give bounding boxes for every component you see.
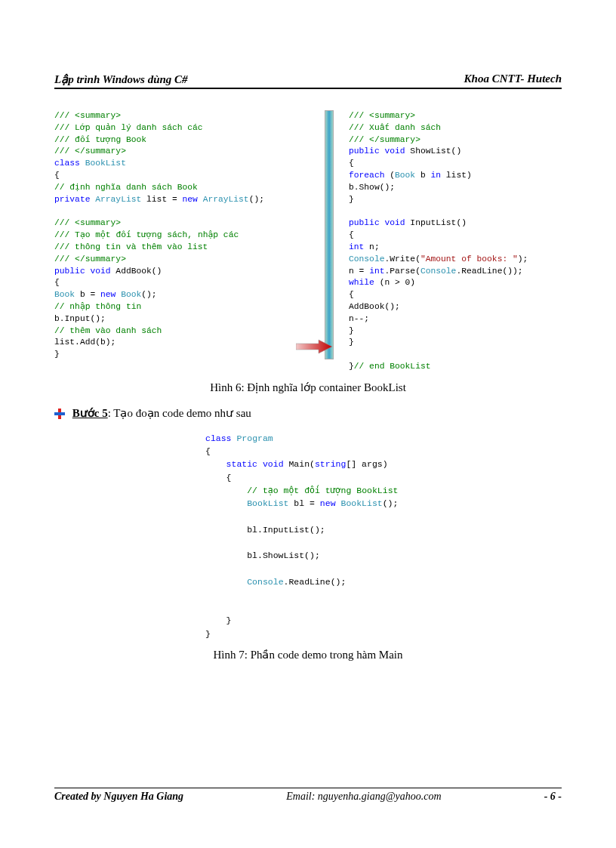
code-line: /// <summary> [349, 110, 562, 122]
code-line: bl.ShowList(); [205, 549, 562, 562]
code-line: } [205, 614, 562, 627]
code-line: public void ShowList() [349, 146, 562, 158]
code-line: { [205, 471, 562, 484]
code-line: /// </summary> [54, 146, 288, 158]
code-line [205, 601, 562, 614]
code-line: // nhập thông tin [54, 301, 288, 313]
svg-marker-0 [296, 340, 332, 353]
code-line: b.Input(); [54, 313, 288, 325]
code-line: /// Tạo một đối tượng sách, nhập các [54, 230, 288, 242]
header-left: Lập trình Windows dùng C# [54, 72, 188, 86]
code-line: list.Add(b); [54, 337, 288, 349]
code-line: Book b = new Book(); [54, 289, 288, 301]
footer-email: Email: nguyenha.giang@yahoo.com [286, 791, 441, 803]
code-line: { [349, 289, 562, 301]
code-line: public void AddBook() [54, 266, 288, 278]
code-right-column: /// <summary> /// Xuất danh sách /// </s… [349, 110, 562, 373]
code-line: int n; [349, 242, 562, 254]
footer-page: - 6 - [544, 791, 562, 803]
page-footer: Created by Nguyen Ha Giang Email: nguyen… [54, 788, 562, 803]
code-line: private ArrayList list = new ArrayList()… [54, 194, 288, 206]
code-line: /// <summary> [54, 110, 288, 122]
code-line: class BookList [54, 158, 288, 170]
code-line: // tạo một đối tượng BookList [205, 484, 562, 497]
figure-7-caption: Hình 7: Phần code demo trong hàm Main [54, 648, 562, 661]
code-line: } [205, 628, 562, 640]
code-line: { [54, 170, 288, 182]
code-line: { [205, 445, 562, 458]
code-line: /// thông tin và thêm vào list [54, 242, 288, 254]
code-line: while (n > 0) [349, 277, 562, 289]
code-line: AddBook(); [349, 301, 562, 313]
code-line: } [349, 194, 562, 206]
code-line: class Program [205, 432, 562, 445]
header-right: Khoa CNTT- Hutech [464, 72, 562, 86]
code-line: n--; [349, 313, 562, 325]
code-left-column: /// <summary>/// Lớp quản lý danh sách c… [54, 110, 288, 373]
code-line: static void Main(string[] args) [205, 458, 562, 470]
code-line: /// </summary> [349, 134, 562, 146]
code-line: Console.ReadLine(); [205, 575, 562, 588]
code-line: /// <summary> [54, 217, 288, 230]
vertical-bar-icon [325, 110, 334, 359]
code-line [349, 349, 562, 361]
arrow-icon [296, 337, 334, 361]
code-line: // thêm vào danh sách [54, 325, 288, 338]
code-line: Console.Write("Amount of books: "); [349, 254, 562, 266]
plus-bullet-icon [54, 409, 65, 419]
page-header: Lập trình Windows dùng C# Khoa CNTT- Hut… [54, 72, 562, 89]
code-line: n = int.Parse(Console.ReadLine()); [349, 266, 562, 278]
code-line: b.Show(); [349, 182, 562, 194]
footer-author: Created by Nguyen Ha Giang [54, 791, 183, 803]
code-line: bl.InputList(); [205, 523, 562, 536]
divider [296, 110, 341, 373]
code-line: } [349, 325, 562, 338]
code-line [54, 206, 288, 218]
figure-6-caption: Hình 6: Định nghĩa lớp container BookLis… [54, 381, 562, 394]
code-line [205, 536, 562, 549]
code-line: public void InputList() [349, 217, 562, 230]
code-line: // định nghĩa danh sách Book [54, 182, 288, 194]
code-figure-7: class Program{ static void Main(string[]… [205, 432, 562, 640]
code-line: foreach (Book b in list) [349, 170, 562, 182]
code-line: } [54, 349, 288, 361]
code-line [205, 562, 562, 575]
step-5: Bước 5: Tạo đoạn code demo như sau [54, 406, 562, 420]
step-label: Bước 5 [72, 407, 108, 419]
code-line: /// đối tượng Book [54, 134, 288, 146]
code-line: { [349, 158, 562, 170]
code-line: /// Lớp quản lý danh sách các [54, 122, 288, 134]
code-line: { [349, 230, 562, 242]
code-line [349, 206, 562, 218]
code-line [205, 510, 562, 523]
code-line: /// Xuất danh sách [349, 122, 562, 134]
code-line: { [54, 277, 288, 289]
code-line [205, 588, 562, 601]
code-line: BookList bl = new BookList(); [205, 497, 562, 510]
code-figure-6: /// <summary>/// Lớp quản lý danh sách c… [54, 110, 562, 373]
code-line: } [349, 337, 562, 349]
code-line: /// </summary> [54, 254, 288, 266]
step-text: : Tạo đoạn code demo như sau [108, 407, 251, 419]
code-line: }// end BookList [349, 361, 562, 373]
